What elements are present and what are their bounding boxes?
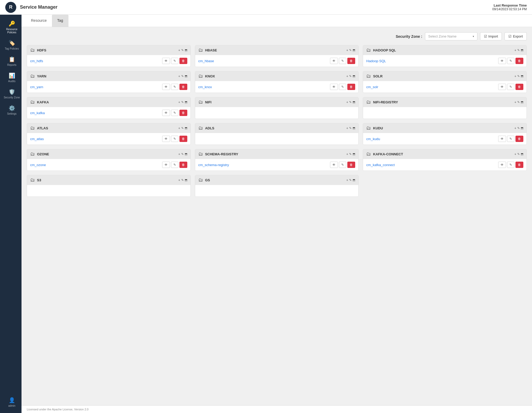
export-button[interactable]: ☑ Export [504, 32, 527, 40]
sidebar-item-reports[interactable]: 📋Reports [1, 54, 23, 69]
edit-btn-cm_hdfs[interactable]: ✎ [171, 58, 178, 64]
edit-service-gs[interactable]: ✎ [349, 178, 352, 182]
export-service-gs[interactable]: ⬒ [353, 178, 355, 182]
delete-btn-cm_schema_registry[interactable]: 🗑 [347, 162, 355, 168]
edit-service-atlas[interactable]: ✎ [181, 126, 184, 130]
view-btn-cm_kafka[interactable]: 👁 [162, 110, 170, 116]
add-service-schema-registry[interactable]: + [346, 152, 348, 156]
export-service-adls[interactable]: ⬒ [353, 126, 355, 130]
export-service-solr[interactable]: ⬒ [521, 75, 523, 78]
service-link-cm_kafka_connect[interactable]: cm_kafka_connect [366, 163, 395, 167]
delete-btn-cm_kafka_connect[interactable]: 🗑 [515, 162, 523, 168]
delete-btn-cm_yarn[interactable]: 🗑 [179, 84, 187, 90]
sidebar-item-tag-policies[interactable]: 🏷️Tag Policies [1, 37, 23, 53]
license-link[interactable]: Licensed under the Apache License, Versi… [27, 408, 88, 411]
edit-service-yarn[interactable]: ✎ [181, 75, 184, 78]
edit-btn-cm_atlas[interactable]: ✎ [171, 136, 178, 142]
view-btn-cm_schema_registry[interactable]: 👁 [330, 162, 338, 168]
add-service-knox[interactable]: + [346, 75, 348, 78]
service-link-cm_hbase[interactable]: cm_hbase [198, 59, 214, 63]
export-service-hbase[interactable]: ⬒ [353, 49, 355, 52]
export-service-hdfs[interactable]: ⬒ [185, 49, 187, 52]
edit-btn-cm_kudu[interactable]: ✎ [507, 136, 514, 142]
edit-btn-cm_schema_registry[interactable]: ✎ [339, 162, 346, 168]
add-service-adls[interactable]: + [346, 126, 348, 130]
edit-service-schema-registry[interactable]: ✎ [349, 152, 352, 156]
add-service-kafka[interactable]: + [178, 100, 180, 104]
service-link-cm_schema_registry[interactable]: cm_schema-registry [198, 163, 229, 167]
tab-tag[interactable]: Tag [52, 15, 68, 27]
add-service-hbase[interactable]: + [346, 49, 348, 52]
add-service-nifi-registry[interactable]: + [514, 100, 516, 104]
export-service-knox[interactable]: ⬒ [353, 75, 355, 78]
sidebar-item-resource-policies[interactable]: 🔑Resource Policies [1, 18, 23, 37]
add-service-yarn[interactable]: + [178, 75, 180, 78]
export-service-kudu[interactable]: ⬒ [521, 126, 523, 130]
add-service-kafka-connect[interactable]: + [514, 152, 516, 156]
add-service-hdfs[interactable]: + [178, 49, 180, 52]
service-link-cm_atlas[interactable]: cm_atlas [30, 137, 44, 141]
view-btn-cm_atlas[interactable]: 👁 [162, 136, 170, 142]
service-link-cm_kudu[interactable]: cm_kudu [366, 137, 380, 141]
edit-service-adls[interactable]: ✎ [349, 126, 352, 130]
view-btn-cm_kudu[interactable]: 👁 [498, 136, 506, 142]
edit-btn-cm_ozone[interactable]: ✎ [171, 162, 178, 168]
delete-btn-cm_hbase[interactable]: 🗑 [347, 58, 355, 64]
export-service-atlas[interactable]: ⬒ [185, 126, 187, 130]
tab-resource[interactable]: Resource [26, 15, 52, 27]
add-service-solr[interactable]: + [514, 75, 516, 78]
view-btn-cm_knox[interactable]: 👁 [330, 84, 338, 90]
service-link-cm_kafka[interactable]: cm_kafka [30, 111, 45, 115]
view-btn-hadoop_sql[interactable]: 👁 [498, 58, 506, 64]
sidebar-item-audits[interactable]: 📊Audits [1, 70, 23, 86]
view-btn-cm_solr[interactable]: 👁 [498, 84, 506, 90]
add-service-ozone[interactable]: + [178, 152, 180, 156]
service-link-cm_yarn[interactable]: cm_yarn [30, 85, 43, 89]
add-service-atlas[interactable]: + [178, 126, 180, 130]
export-service-schema-registry[interactable]: ⬒ [353, 152, 355, 156]
service-link-cm_solr[interactable]: cm_solr [366, 85, 378, 89]
add-service-gs[interactable]: + [346, 178, 348, 182]
sidebar-item-admin[interactable]: 👤admin [6, 394, 18, 410]
delete-btn-cm_kafka[interactable]: 🗑 [179, 110, 187, 116]
edit-service-ozone[interactable]: ✎ [181, 152, 184, 156]
delete-btn-cm_knox[interactable]: 🗑 [347, 84, 355, 90]
service-link-cm_knox[interactable]: cm_knox [198, 85, 212, 89]
sidebar-item-settings[interactable]: ⚙️Settings [1, 102, 23, 118]
delete-btn-cm_kudu[interactable]: 🗑 [515, 136, 523, 142]
export-service-ozone[interactable]: ⬒ [185, 152, 187, 156]
zone-select-dropdown[interactable]: Select Zone Name ▾ [425, 32, 477, 40]
edit-service-s3[interactable]: ✎ [181, 178, 184, 182]
export-service-hadoop-sql[interactable]: ⬒ [521, 49, 523, 52]
edit-btn-cm_knox[interactable]: ✎ [339, 84, 346, 90]
edit-service-solr[interactable]: ✎ [517, 75, 520, 78]
edit-btn-cm_solr[interactable]: ✎ [507, 84, 514, 90]
export-service-kafka[interactable]: ⬒ [185, 100, 187, 104]
export-service-s3[interactable]: ⬒ [185, 178, 187, 182]
delete-btn-cm_hdfs[interactable]: 🗑 [179, 58, 187, 64]
view-btn-cm_hdfs[interactable]: 👁 [162, 58, 170, 64]
delete-btn-cm_ozone[interactable]: 🗑 [179, 162, 187, 168]
edit-btn-hadoop_sql[interactable]: ✎ [507, 58, 514, 64]
edit-service-hbase[interactable]: ✎ [349, 49, 352, 52]
delete-btn-hadoop_sql[interactable]: 🗑 [515, 58, 523, 64]
edit-btn-cm_hbase[interactable]: ✎ [339, 58, 346, 64]
service-link-cm_hdfs[interactable]: cm_hdfs [30, 59, 43, 63]
view-btn-cm_hbase[interactable]: 👁 [330, 58, 338, 64]
add-service-nifi[interactable]: + [346, 100, 348, 104]
export-service-yarn[interactable]: ⬒ [185, 75, 187, 78]
edit-service-nifi[interactable]: ✎ [349, 100, 352, 104]
edit-btn-cm_kafka[interactable]: ✎ [171, 110, 178, 116]
edit-service-nifi-registry[interactable]: ✎ [517, 100, 520, 104]
edit-service-kudu[interactable]: ✎ [517, 126, 520, 130]
sidebar-item-security-zone[interactable]: 🛡️Security Zone [1, 86, 23, 102]
export-service-nifi-registry[interactable]: ⬒ [521, 100, 523, 104]
add-service-kudu[interactable]: + [514, 126, 516, 130]
view-btn-cm_yarn[interactable]: 👁 [162, 84, 170, 90]
export-service-nifi[interactable]: ⬒ [353, 100, 355, 104]
import-button[interactable]: ☑ Import [480, 32, 502, 40]
edit-btn-cm_yarn[interactable]: ✎ [171, 84, 178, 90]
export-service-kafka-connect[interactable]: ⬒ [521, 152, 523, 156]
service-link-cm_ozone[interactable]: cm_ozone [30, 163, 46, 167]
edit-service-hadoop-sql[interactable]: ✎ [517, 49, 520, 52]
